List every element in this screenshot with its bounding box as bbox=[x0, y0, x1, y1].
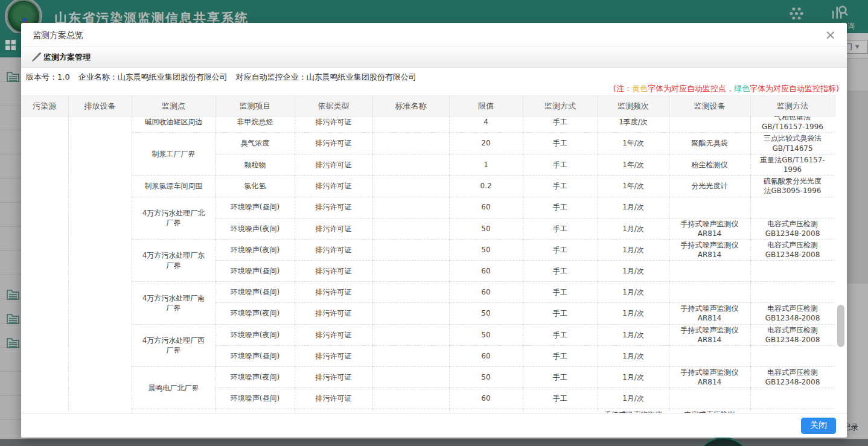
column-header-0: 污染源 bbox=[21, 96, 68, 116]
column-header-6: 限值 bbox=[449, 96, 523, 116]
monitoring-plan-modal: 监测方案总览 × 监测方案管理 版本号：1.0企业名称：山东晨鸣纸业集团股份有限… bbox=[21, 23, 847, 438]
table-row: 制浆氯漂车间周围氯化氢排污许可证0.2手工1年/次分光光度计硫氰酸汞分光光度法G… bbox=[21, 176, 835, 197]
column-header-9: 监测设备 bbox=[669, 96, 750, 116]
table-cell: 60 bbox=[449, 388, 523, 409]
table-cell: 排污许可证 bbox=[295, 303, 372, 324]
table-cell bbox=[21, 116, 68, 413]
table-cell: 50 bbox=[449, 367, 523, 388]
header-row: 污染源排放设备监测点监测项目依据类型标准名称限值监测方式监测频次监测设备监测方法 bbox=[21, 96, 835, 116]
table-cell: 1季度/次 bbox=[598, 116, 669, 133]
table-cell: 环境噪声(昼间) bbox=[215, 261, 295, 282]
legend-note: (注：黄色字体为对应自动监控点，绿色字体为对应自动监控指标) bbox=[613, 83, 839, 94]
table-cell: 手工 bbox=[523, 303, 598, 324]
table-cell bbox=[372, 324, 449, 345]
close-icon[interactable]: × bbox=[825, 27, 836, 43]
table-cell: 排污许可证 bbox=[295, 261, 372, 282]
table-cell: 环境噪声(夜间) bbox=[215, 303, 295, 324]
table-cell: 环境噪声(夜间) bbox=[215, 239, 295, 260]
table-cell bbox=[669, 197, 750, 218]
table-cell: 4万方污水处理厂北厂界 bbox=[132, 197, 215, 239]
table-cell: 手持式噪声监测仪AR814 bbox=[669, 218, 750, 239]
table-cell: 臭气浓度 bbox=[215, 133, 295, 154]
table-cell bbox=[372, 176, 449, 197]
table-cell: 1月/次 bbox=[598, 388, 669, 409]
table-cell: 1年/次 bbox=[598, 133, 669, 154]
info-area: 版本号：1.0企业名称：山东晨鸣纸业集团股份有限公司对应自动监控企业：山东晨鸣纸… bbox=[21, 68, 847, 95]
table-cell: 分光光度计 bbox=[669, 176, 750, 197]
column-header-8: 监测频次 bbox=[598, 96, 669, 116]
table-cell: 排污许可证 bbox=[295, 282, 372, 303]
table-cell: 手工 bbox=[523, 197, 598, 218]
table-cell: 环境噪声(夜间) bbox=[215, 367, 295, 388]
table-cell: 1月/次 bbox=[598, 239, 669, 260]
table-cell: 排污许可证 bbox=[295, 133, 372, 154]
table-cell: 粉尘检测仪 bbox=[669, 154, 750, 175]
table-cell: 电容式声压检测GB12348-2008 bbox=[750, 218, 835, 239]
table-cell: 手工 bbox=[523, 176, 598, 197]
table-cell: 60 bbox=[449, 282, 523, 303]
table-cell: 0.2 bbox=[449, 176, 523, 197]
modal-footer: 关闭 bbox=[21, 413, 847, 438]
table-cell: 手工 bbox=[523, 367, 598, 388]
section-bar: 监测方案管理 bbox=[21, 47, 847, 68]
table-cell bbox=[372, 218, 449, 239]
table-cell: 手工 bbox=[523, 261, 598, 282]
table-cell: 手工 bbox=[523, 239, 598, 260]
close-button[interactable]: 关闭 bbox=[801, 418, 836, 434]
auto-company-label: 对应自动监控企业： bbox=[236, 72, 307, 81]
section-title: 监测方案管理 bbox=[43, 47, 91, 67]
table-cell: 碱回收油罐区周边 bbox=[132, 116, 215, 133]
table-cell: 聚酯无臭袋 bbox=[669, 133, 750, 154]
table-row: 4万方污水处理厂南厂界环境噪声(昼间)排污许可证60手工1月/次 bbox=[21, 282, 835, 303]
green-legend: 绿色 bbox=[734, 84, 750, 93]
table-scroll-viewport[interactable]: 碱回收油罐区周边非甲烷总烃排污许可证4手工1季度/次气相色谱法GB/T16157… bbox=[21, 116, 835, 413]
version-label: 版本号： bbox=[26, 72, 57, 81]
table-cell bbox=[750, 197, 835, 218]
plan-info-line: 版本号：1.0企业名称：山东晨鸣纸业集团股份有限公司对应自动监控企业：山东晨鸣纸… bbox=[26, 72, 416, 83]
table-cell: 50 bbox=[449, 303, 523, 324]
table-cell: 排污许可证 bbox=[295, 154, 372, 175]
column-header-3: 监测项目 bbox=[215, 96, 295, 116]
table-cell: 手工 bbox=[523, 154, 598, 175]
table-cell: 手持式噪声监测仪AR814 bbox=[669, 367, 750, 388]
table-cell: 排污许可证 bbox=[295, 324, 372, 345]
table-cell: 手工 bbox=[523, 388, 598, 409]
table-cell: 4 bbox=[449, 116, 523, 133]
table-cell bbox=[750, 388, 835, 409]
table-cell: 排污许可证 bbox=[295, 176, 372, 197]
column-header-2: 监测点 bbox=[132, 96, 215, 116]
table-cell: 环境噪声(昼间) bbox=[215, 346, 295, 367]
table-cell: 1年/次 bbox=[598, 154, 669, 175]
table-cell: 电容式声压检测GB12348-2008 bbox=[750, 303, 835, 324]
table-cell bbox=[372, 116, 449, 133]
company-value: 山东晨鸣纸业集团股份有限公司 bbox=[118, 72, 228, 81]
table-cell: 氯化氢 bbox=[215, 176, 295, 197]
table-cell bbox=[372, 133, 449, 154]
table-cell: 排污许可证 bbox=[295, 116, 372, 133]
table-cell: 手持式噪声监测仪AR814 bbox=[669, 303, 750, 324]
table-cell: 颗粒物 bbox=[215, 154, 295, 175]
table-cell bbox=[372, 303, 449, 324]
table-cell bbox=[669, 346, 750, 367]
table-cell bbox=[372, 239, 449, 260]
table-cell bbox=[372, 282, 449, 303]
table-cell: 1月/次 bbox=[598, 324, 669, 345]
table-cell: 60 bbox=[449, 261, 523, 282]
scrollbar-track[interactable] bbox=[837, 95, 845, 413]
modal-title: 监测方案总览 bbox=[33, 23, 83, 47]
table-cell: 1月/次 bbox=[598, 218, 669, 239]
scrollbar-thumb[interactable] bbox=[837, 305, 844, 347]
column-header-7: 监测方式 bbox=[523, 96, 598, 116]
table-cell: 手工 bbox=[523, 218, 598, 239]
version-value: 1.0 bbox=[57, 72, 70, 81]
table-row: 4万方污水处理厂北厂界环境噪声(昼间)排污许可证60手工1月/次 bbox=[21, 197, 835, 218]
table-cell: 硫氰酸汞分光光度法GB3095-1996 bbox=[750, 176, 835, 197]
table-cell: 20 bbox=[449, 133, 523, 154]
table-cell: 晨鸣电厂北厂界 bbox=[132, 367, 215, 409]
table-cell bbox=[750, 346, 835, 367]
table-cell: 电容式声压检测GB12348-2008 bbox=[750, 367, 835, 388]
table-cell: 手持式噪声监测仪AR814 bbox=[669, 239, 750, 260]
table-cell: 1年/次 bbox=[598, 176, 669, 197]
table-cell bbox=[669, 261, 750, 282]
table-cell: 排污许可证 bbox=[295, 367, 372, 388]
